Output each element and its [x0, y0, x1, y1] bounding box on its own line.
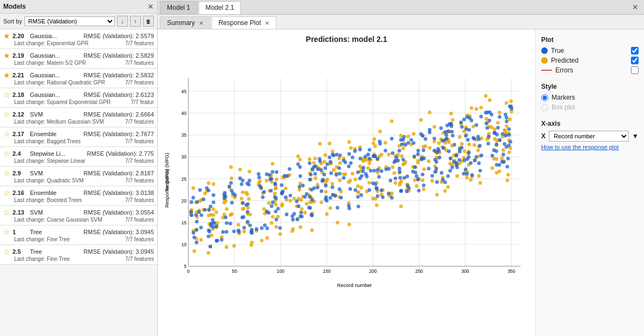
- model-item[interactable]: ☆ 2.9 SVM RMSE (Validation): 2.8187 Last…: [0, 167, 157, 186]
- svg-point-792: [205, 186, 209, 190]
- svg-point-163: [421, 179, 425, 182]
- model-item[interactable]: ☆ 1 Tree RMSE (Validation): 3.0945 Last …: [0, 225, 157, 245]
- svg-point-799: [399, 189, 403, 193]
- svg-point-758: [329, 160, 332, 164]
- tab-summary-close[interactable]: ✕: [199, 20, 203, 26]
- svg-point-230: [241, 191, 245, 194]
- svg-text:0: 0: [187, 268, 190, 274]
- svg-point-131: [412, 132, 416, 136]
- model-item[interactable]: ★ 2.20 Gaussia... RMSE (Validation): 2.5…: [0, 29, 157, 49]
- style-boxplot-radio[interactable]: [541, 104, 548, 111]
- svg-point-634: [312, 165, 316, 169]
- legend-predicted-checkbox[interactable]: [631, 57, 639, 64]
- x-axis-select[interactable]: Record number Feature 1 Feature 2: [549, 131, 629, 142]
- help-link[interactable]: How to use the response plot: [541, 144, 639, 150]
- svg-text:100: 100: [277, 268, 284, 274]
- svg-point-388: [244, 191, 248, 194]
- svg-point-800: [506, 157, 510, 161]
- svg-point-219: [406, 135, 410, 138]
- model-tab-2[interactable]: Model 2.1: [199, 1, 242, 14]
- svg-point-497: [495, 163, 499, 167]
- svg-point-428: [474, 123, 478, 127]
- tab-response-plot-close[interactable]: ✕: [265, 20, 269, 26]
- tab-summary[interactable]: Summary ✕: [160, 16, 210, 29]
- legend-true-label: True: [551, 47, 628, 54]
- svg-point-314: [193, 249, 196, 253]
- svg-point-691: [450, 130, 454, 133]
- svg-point-475: [228, 222, 232, 225]
- legend-errors-checkbox[interactable]: [631, 66, 639, 74]
- svg-point-668: [398, 170, 401, 174]
- svg-point-694: [203, 208, 207, 212]
- svg-point-766: [331, 152, 335, 156]
- models-panel-header: Models ✕: [0, 0, 157, 14]
- svg-point-673: [257, 172, 261, 176]
- svg-point-285: [505, 179, 509, 182]
- model-item[interactable]: ☆ 2.18 Gaussian... RMSE (Validation): 2.…: [0, 88, 157, 108]
- svg-point-331: [342, 172, 346, 176]
- svg-point-144: [469, 106, 473, 110]
- svg-point-763: [416, 149, 420, 152]
- model-item[interactable]: ★ 2.19 Gaussian... RMSE (Validation): 2.…: [0, 49, 157, 69]
- svg-point-121: [212, 207, 215, 211]
- svg-point-151: [265, 179, 269, 183]
- svg-point-572: [299, 211, 303, 215]
- style-section-title: Style: [541, 83, 639, 90]
- svg-point-42: [428, 111, 432, 114]
- svg-point-757: [486, 142, 490, 145]
- models-close-button[interactable]: ✕: [147, 2, 154, 11]
- svg-point-98: [455, 174, 459, 178]
- svg-point-226: [240, 197, 244, 200]
- svg-point-338: [271, 215, 275, 219]
- svg-point-662: [230, 201, 234, 205]
- svg-point-605: [283, 174, 287, 178]
- svg-point-604: [488, 119, 492, 123]
- svg-point-656: [358, 157, 362, 161]
- svg-point-59: [338, 179, 342, 182]
- svg-point-695: [496, 126, 500, 130]
- model-item[interactable]: ☆ 2.16 Ensemble RMSE (Validation): 3.013…: [0, 186, 157, 206]
- svg-point-560: [368, 148, 371, 152]
- model-item[interactable]: ☆ 2.4 Stepwise Li... RMSE (Validation): …: [0, 147, 157, 167]
- svg-point-282: [494, 157, 498, 161]
- svg-point-674: [215, 239, 219, 242]
- sort-clear-button[interactable]: 🗑: [143, 16, 154, 27]
- svg-point-334: [270, 221, 274, 225]
- model-item[interactable]: ☆ 2.12 SVM RMSE (Validation): 2.6664 Las…: [0, 108, 157, 127]
- svg-point-595: [280, 184, 284, 187]
- style-boxplot: Box plot: [541, 103, 639, 111]
- svg-point-115: [443, 189, 447, 193]
- svg-point-162: [354, 178, 357, 181]
- model-item[interactable]: ☆ 2.17 Ensemble RMSE (Validation): 2.767…: [0, 127, 157, 147]
- tab-response-plot[interactable]: Response Plot ✕: [212, 16, 276, 29]
- svg-point-464: [269, 189, 273, 193]
- svg-point-755: [288, 194, 292, 198]
- svg-point-598: [248, 223, 252, 227]
- svg-point-588: [363, 155, 367, 158]
- svg-point-251: [320, 200, 324, 204]
- model-tab-1[interactable]: Model 1: [160, 1, 197, 14]
- svg-point-664: [432, 137, 436, 140]
- x-axis-dropdown-icon[interactable]: ▼: [632, 132, 639, 140]
- svg-point-213: [324, 190, 328, 194]
- svg-text:300: 300: [461, 268, 469, 274]
- svg-point-616: [240, 182, 244, 186]
- window-close-button[interactable]: ✕: [629, 2, 642, 13]
- legend-true-checkbox[interactable]: [631, 47, 639, 54]
- sort-desc-button[interactable]: ↓: [117, 16, 128, 27]
- sort-select[interactable]: RMSE (Validation) RMSE (Test) R-squared …: [24, 16, 115, 26]
- model-item[interactable]: ☆ 2.5 Tree RMSE (Validation): 3.0945 Las…: [0, 245, 157, 265]
- svg-point-652: [465, 172, 469, 176]
- svg-point-444: [324, 166, 327, 170]
- style-markers-label: Markers: [552, 94, 575, 101]
- svg-point-360: [207, 181, 210, 185]
- svg-point-626: [274, 210, 278, 213]
- style-markers-radio[interactable]: [541, 94, 548, 101]
- svg-point-383: [348, 140, 351, 144]
- svg-point-575: [265, 227, 269, 230]
- model-item[interactable]: ☆ 2.13 SVM RMSE (Validation): 3.0554 Las…: [0, 206, 157, 225]
- model-item[interactable]: ★ 2.21 Gaussian... RMSE (Validation): 2.…: [0, 69, 157, 88]
- svg-point-255: [336, 221, 339, 224]
- svg-point-467: [316, 167, 320, 171]
- sort-asc-button[interactable]: ↑: [130, 16, 141, 27]
